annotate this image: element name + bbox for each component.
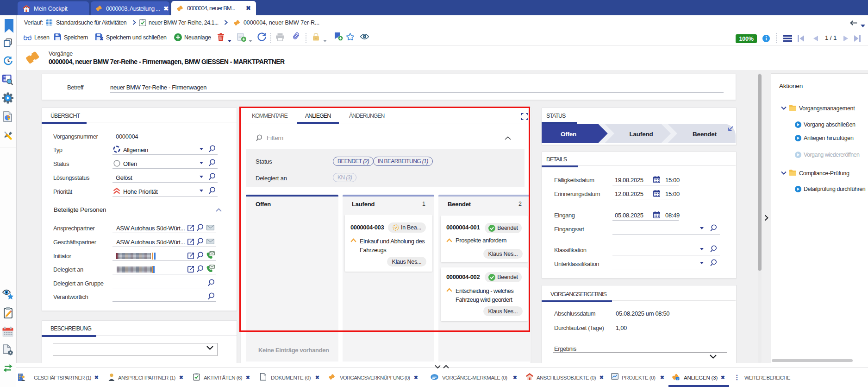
svg-text:Offen: Offen xyxy=(561,131,576,138)
svg-text:Laufend: Laufend xyxy=(629,131,653,138)
svg-text:Beendet: Beendet xyxy=(693,131,717,138)
svg-text:?: ? xyxy=(677,377,679,380)
